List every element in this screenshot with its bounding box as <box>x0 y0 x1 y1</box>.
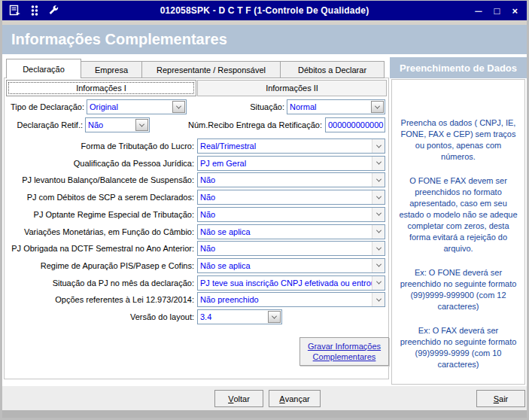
tab-declaracao[interactable]: Declaração <box>6 59 81 78</box>
help-paragraph: Ex: O FAX deverá ser preenchido no segui… <box>397 325 519 370</box>
dropdown-pj-regime-especial[interactable]: Não <box>197 207 385 222</box>
dropdown-value: Não se aplica <box>198 225 372 239</box>
form-icon[interactable] <box>9 5 22 17</box>
num-recibo-input[interactable]: 000000000000 <box>325 117 385 132</box>
field-label: Núm.Recibo Entrega da Retificação: <box>154 117 322 132</box>
field-label: Qualificação da Pessoa Jurídica: <box>5 156 194 171</box>
form-row: PJ Optante Regime Especial de Tributação… <box>5 207 388 222</box>
chevron-down-icon[interactable] <box>372 190 385 204</box>
field-label: Declaração Retif.: <box>5 117 83 132</box>
dropdown-versao-layout[interactable]: 3.4 <box>197 309 282 324</box>
chevron-down-icon[interactable] <box>372 157 385 170</box>
dropdown-value: Não <box>198 208 372 221</box>
chevron-down-icon[interactable] <box>268 311 281 323</box>
dropdown-pj-dctf-semestral[interactable]: Não <box>197 241 385 256</box>
dropdown-opcoes-lei-12973[interactable]: Não preenchido <box>197 292 385 307</box>
subtab-informacoes-2[interactable]: Informações II <box>197 80 387 96</box>
dropdown-value: PJ teve sua inscrição CNPJ efetivada ou … <box>198 276 372 290</box>
dropdown-situacao-pj-mes-declaracao[interactable]: PJ teve sua inscrição CNPJ efetivada ou … <box>197 275 385 291</box>
chevron-down-icon[interactable] <box>372 276 385 290</box>
chevron-down-icon[interactable] <box>372 242 385 255</box>
dropdown-value: Não <box>198 173 372 187</box>
help-panel-title: Preenchimento de Dados <box>390 57 527 78</box>
subtab-informacoes-1[interactable]: Informações I <box>6 80 196 96</box>
form-row: Versão do layout:3.4 <box>5 309 388 324</box>
tab-debitos[interactable]: Débitos a Declarar <box>280 61 385 78</box>
form-row: Variações Monetárias, em Função do Câmbi… <box>5 224 388 239</box>
dropdown-pj-debitos-scp[interactable]: Não <box>197 190 385 205</box>
dropdown-value: Normal <box>287 100 370 114</box>
help-paragraph: O FONE e FAX devem ser preenchidos no fo… <box>397 175 519 254</box>
dropdown-variacoes-monetarias[interactable]: Não se aplica <box>197 224 385 239</box>
chevron-down-icon[interactable] <box>372 173 385 187</box>
tab-empresa[interactable]: Empresa <box>81 61 142 78</box>
form-row: Forma de Tributação do Lucro:Real/Trimes… <box>5 138 388 154</box>
field-label: PJ levantou Balanço/Balancete de Suspens… <box>5 172 194 187</box>
field-label: PJ Obrigada na DCTF Semestral no Ano Ant… <box>5 241 194 256</box>
form-row: Situação da PJ no mês da declaração:PJ t… <box>5 275 388 291</box>
traffic-light-icon[interactable] <box>29 5 40 17</box>
field-label: Variações Monetárias, em Função do Câmbi… <box>5 224 194 239</box>
form-row: Qualificação da Pessoa Jurídica:PJ em Ge… <box>5 156 388 171</box>
dropdown-tipo-declaracao[interactable]: Original <box>87 99 187 114</box>
field-label: PJ Optante Regime Especial de Tributação… <box>5 207 194 222</box>
dropdown-value: Real/Trimestral <box>198 139 372 153</box>
form-row: Opções referentes à Lei 12.973/2014:Não … <box>5 292 388 307</box>
dropdown-value: PJ em Geral <box>198 157 372 170</box>
voltar-button[interactable]: Voltar <box>214 390 263 407</box>
field-label: Situação da PJ no mês da declaração: <box>5 275 194 291</box>
window-bottom-strip <box>2 410 527 418</box>
sair-button[interactable]: Sair <box>476 390 525 407</box>
dropdown-qualificacao-pessoa-juridica[interactable]: PJ em Geral <box>197 156 385 171</box>
dropdown-regime-pis-pasep-cofins[interactable]: Não se aplica <box>197 258 385 273</box>
close-icon[interactable]: × <box>512 6 518 16</box>
field-label: Regime de Apuração PIS/Pasep e Cofins: <box>5 258 194 273</box>
field-label: Versão do layout: <box>5 309 194 324</box>
window-title: 012058SPK - D C T F (1-Controle De Quali… <box>2 5 527 16</box>
footer-bar: Voltar Avançar Sair <box>2 386 527 410</box>
page-title: Informações Complementares <box>2 25 527 54</box>
dropdown-declaracao-retif[interactable]: Não <box>85 117 150 132</box>
form-row: PJ Obrigada na DCTF Semestral no Ano Ant… <box>5 241 388 256</box>
chevron-down-icon[interactable] <box>371 101 384 113</box>
gravar-informacoes-button[interactable]: Gravar Informações Complementares <box>299 337 389 366</box>
maximize-icon[interactable]: □ <box>494 6 500 16</box>
chevron-down-icon[interactable] <box>372 139 385 153</box>
help-panel: Preencha os dados ( CNPJ, IE, FONE, FAX … <box>391 79 525 385</box>
wrench-icon[interactable] <box>47 5 59 17</box>
chevron-down-icon[interactable] <box>172 101 185 113</box>
dropdown-pj-balanco-suspensao[interactable]: Não <box>197 172 385 187</box>
titlebar: 012058SPK - D C T F (1-Controle De Quali… <box>2 1 527 20</box>
dropdown-value: Não <box>198 242 372 255</box>
chevron-down-icon[interactable] <box>372 259 385 272</box>
tab-representante[interactable]: Representante / Responsável <box>141 61 281 78</box>
app-window: 012058SPK - D C T F (1-Controle De Quali… <box>0 0 529 420</box>
dropdown-value: 3.4 <box>198 310 267 324</box>
field-label: Tipo de Declaração: <box>5 99 84 114</box>
field-label: Situação: <box>193 99 284 114</box>
chevron-down-icon[interactable] <box>135 119 148 131</box>
form-row: PJ com Débitos de SCP a serem Declarados… <box>5 190 388 205</box>
field-label: Forma de Tributação do Lucro: <box>5 138 194 154</box>
chevron-down-icon[interactable] <box>372 225 385 239</box>
help-paragraph: Ex: O FONE deverá ser preenchido no segu… <box>397 267 519 312</box>
chevron-down-icon[interactable] <box>372 208 385 221</box>
dropdown-value: Não <box>86 118 135 132</box>
chevron-down-icon[interactable] <box>372 293 385 306</box>
form-row: Tipo de Declaração: Original Situação: N… <box>5 99 388 114</box>
dropdown-value: Não preenchido <box>198 293 372 306</box>
form-row: Declaração Retif.: Não Núm.Recibo Entreg… <box>5 117 388 132</box>
dropdown-situacao[interactable]: Normal <box>287 99 385 114</box>
field-label: Opções referentes à Lei 12.973/2014: <box>5 292 194 307</box>
dropdown-value: Não se aplica <box>198 259 372 272</box>
dropdown-value: Não <box>198 190 372 204</box>
field-label: PJ com Débitos de SCP a serem Declarados… <box>5 190 194 205</box>
minimize-icon[interactable]: ─ <box>475 6 482 16</box>
dropdown-forma-tributacao-lucro[interactable]: Real/Trimestral <box>197 138 385 154</box>
declaracao-panel: Informações I Informações II Tipo de Dec… <box>4 78 389 379</box>
help-paragraph: Preencha os dados ( CNPJ, IE, FONE, FAX … <box>397 117 519 163</box>
dropdown-value: Original <box>87 100 172 114</box>
form-row: PJ levantou Balanço/Balancete de Suspens… <box>5 172 388 187</box>
avancar-button[interactable]: Avançar <box>269 390 321 407</box>
form-row: Regime de Apuração PIS/Pasep e Cofins:Nã… <box>5 258 388 273</box>
